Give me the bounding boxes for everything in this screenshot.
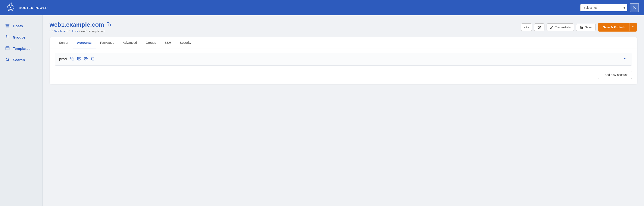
add-account-button[interactable]: + Add new account bbox=[598, 71, 632, 79]
code-icon: </> bbox=[524, 25, 529, 29]
sidebar-item-hosts[interactable]: Hosts bbox=[0, 20, 42, 32]
svg-point-22 bbox=[550, 27, 552, 28]
copy-hostname-icon[interactable] bbox=[106, 22, 111, 27]
code-view-button[interactable]: </> bbox=[521, 23, 532, 31]
breadcrumb-dashboard-link[interactable]: Dashboard bbox=[54, 30, 68, 33]
tab-server[interactable]: Server bbox=[55, 37, 73, 48]
svg-rect-23 bbox=[72, 58, 74, 60]
sidebar-item-search[interactable]: Search bbox=[0, 54, 42, 66]
svg-point-3 bbox=[10, 3, 10, 3]
templates-icon bbox=[5, 46, 10, 51]
user-icon-button[interactable] bbox=[630, 3, 639, 12]
credentials-button[interactable]: Credentials bbox=[546, 23, 574, 31]
accounts-section: prod bbox=[50, 48, 637, 84]
sidebar-label-hosts: Hosts bbox=[13, 24, 23, 28]
key-icon bbox=[550, 26, 553, 29]
topnav-right: Select host bbox=[580, 3, 639, 12]
page-header: web1.example.com bbox=[50, 21, 637, 33]
account-edit-icon[interactable] bbox=[77, 56, 82, 62]
tab-groups[interactable]: Groups bbox=[141, 37, 160, 48]
select-host-wrapper[interactable]: Select host bbox=[580, 4, 627, 11]
sidebar-item-groups[interactable]: Groups bbox=[0, 32, 42, 43]
breadcrumb-current: web1.example.com bbox=[81, 30, 105, 33]
history-button[interactable] bbox=[534, 23, 544, 31]
account-settings-icon[interactable] bbox=[84, 56, 88, 62]
main-card: Server Accounts Packages Advanced Groups… bbox=[50, 37, 637, 84]
user-icon bbox=[632, 5, 637, 10]
save-label: Save bbox=[585, 26, 592, 29]
svg-point-6 bbox=[634, 6, 635, 8]
breadcrumb-sep-1: / bbox=[69, 30, 70, 33]
svg-rect-13 bbox=[6, 47, 10, 50]
save-button[interactable]: Save bbox=[576, 24, 596, 31]
svg-point-10 bbox=[6, 36, 7, 36]
svg-point-5 bbox=[10, 7, 11, 8]
sidebar: Hosts Groups Tem bbox=[0, 15, 43, 206]
sidebar-label-groups: Groups bbox=[13, 35, 26, 40]
breadcrumb-hosts-link[interactable]: Hosts bbox=[71, 30, 78, 33]
svg-point-16 bbox=[6, 58, 8, 61]
logo-text: HOSTED POWER bbox=[19, 6, 48, 9]
chevron-down-icon bbox=[632, 25, 634, 28]
logo-area: HOSTED POWER bbox=[5, 2, 48, 13]
sidebar-label-templates: Templates bbox=[13, 47, 30, 51]
hostname-title: web1.example.com bbox=[50, 21, 104, 28]
breadcrumb-info-icon bbox=[50, 29, 52, 33]
add-account-row: + Add new account bbox=[55, 69, 632, 80]
tabs-bar: Server Accounts Packages Advanced Groups… bbox=[50, 37, 637, 48]
svg-rect-8 bbox=[6, 26, 10, 26]
hosts-icon bbox=[5, 23, 10, 29]
svg-point-11 bbox=[6, 37, 7, 37]
tab-advanced[interactable]: Advanced bbox=[118, 37, 141, 48]
tab-accounts[interactable]: Accounts bbox=[73, 37, 96, 48]
page-title-area: web1.example.com bbox=[50, 21, 111, 33]
save-publish-chevron-button[interactable] bbox=[629, 23, 637, 31]
tab-security[interactable]: Security bbox=[176, 37, 196, 48]
sidebar-label-search: Search bbox=[13, 58, 25, 62]
top-navigation: HOSTED POWER Select host bbox=[0, 0, 644, 15]
toolbar-buttons: </> Credentials bbox=[521, 23, 637, 32]
svg-point-12 bbox=[6, 38, 7, 38]
tab-packages[interactable]: Packages bbox=[96, 37, 118, 48]
account-row-left: prod bbox=[59, 56, 95, 62]
account-name: prod bbox=[59, 57, 67, 61]
credentials-label: Credentials bbox=[554, 25, 571, 29]
svg-rect-9 bbox=[6, 27, 10, 27]
search-icon bbox=[5, 57, 10, 63]
sidebar-item-templates[interactable]: Templates bbox=[0, 43, 42, 54]
select-host-dropdown[interactable]: Select host bbox=[580, 4, 627, 11]
history-icon bbox=[538, 25, 541, 29]
breadcrumb-sep-2: / bbox=[79, 30, 80, 33]
svg-rect-7 bbox=[6, 24, 10, 25]
save-publish-group: Save & Publish bbox=[598, 23, 637, 32]
svg-point-24 bbox=[85, 58, 86, 59]
svg-point-4 bbox=[11, 3, 12, 3]
account-delete-icon[interactable] bbox=[90, 56, 95, 62]
svg-line-17 bbox=[8, 60, 10, 61]
logo-icon bbox=[5, 2, 16, 13]
page-title: web1.example.com bbox=[50, 21, 111, 28]
account-expand-icon[interactable] bbox=[623, 56, 628, 62]
save-icon bbox=[580, 26, 584, 29]
save-publish-button[interactable]: Save & Publish bbox=[598, 23, 629, 31]
breadcrumb: Dashboard / Hosts / web1.example.com bbox=[50, 29, 111, 33]
svg-rect-18 bbox=[108, 24, 111, 26]
main-content: web1.example.com bbox=[43, 15, 644, 206]
account-row: prod bbox=[55, 53, 632, 66]
main-layout: Hosts Groups Tem bbox=[0, 15, 644, 206]
tab-ssh[interactable]: SSH bbox=[160, 37, 176, 48]
groups-icon bbox=[5, 35, 10, 40]
account-copy-icon[interactable] bbox=[70, 56, 74, 62]
account-action-icons bbox=[70, 56, 95, 62]
